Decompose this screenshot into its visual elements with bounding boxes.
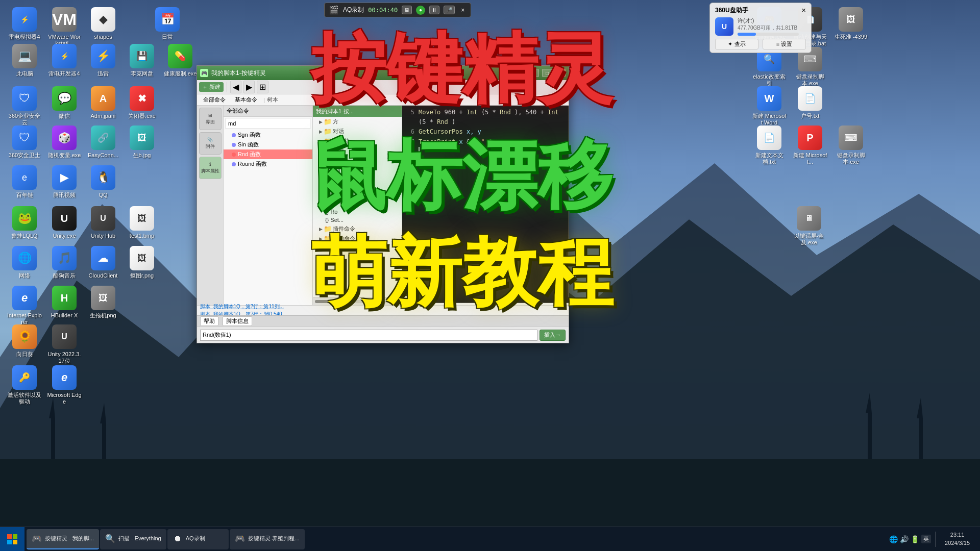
svg-rect-6: [102, 423, 106, 459]
icon-shengtuo[interactable]: 🖼 生拖机png: [84, 284, 122, 321]
icon-bainianlian[interactable]: e 百年链: [5, 163, 44, 201]
360-user: 许(才:): [738, 17, 799, 24]
unity2022-icon: U: [52, 324, 77, 349]
closetool-icon: ✖: [130, 86, 154, 111]
icon-closetool[interactable]: ✖ 关闭器.exe: [122, 84, 161, 121]
svg-rect-15: [13, 540, 17, 544]
icon-newtxt[interactable]: 📄 新建文本文档.txt: [750, 123, 789, 167]
icon-unity-hub[interactable]: U Unity Hub: [84, 204, 122, 241]
tray-volume-icon[interactable]: 🔊: [900, 535, 909, 543]
icon-luwaqq[interactable]: 🐸 鲁蛙LQLQ: [5, 204, 44, 241]
icon-edge[interactable]: e Microsoft Edge: [45, 363, 84, 407]
icon-leidienkaifa[interactable]: ⚡ 雷电开发器4: [45, 42, 84, 79]
icon-unity-exe[interactable]: U Unity.exe: [45, 204, 84, 241]
icon-360wangdun[interactable]: 🛡 360安全卫士: [5, 123, 44, 161]
icon-qq[interactable]: 🐧 QQ: [84, 163, 122, 201]
thispc-icon: 💻: [12, 44, 37, 68]
taskbar-anjian-active[interactable]: 🎮 按键精灵 - 我的脚...: [27, 529, 99, 549]
kotupng-icon: 🖼: [130, 246, 154, 270]
icon-daily[interactable]: 📅 日常: [148, 5, 187, 42]
icon-shapes[interactable]: ◆ shapes: [84, 5, 122, 42]
icon-tencent-video[interactable]: ▶ 腾讯视频: [45, 163, 84, 201]
aq-label: AQ录制: [343, 6, 364, 14]
xiangrikui-icon: 🌻: [12, 324, 37, 349]
tray-separator: [935, 532, 936, 547]
icon-adm[interactable]: A Adm.jpani: [84, 84, 122, 121]
aq-pause-btn[interactable]: ⏸: [429, 6, 439, 14]
tray-network-icon[interactable]: 🌐: [889, 535, 898, 543]
taskbar-aq-recording[interactable]: ⏺ AQ录制: [167, 529, 229, 549]
icon-leidienmoni[interactable]: ⚡ 雷电模拟器4: [5, 5, 44, 42]
icon-bianjpg[interactable]: 🖼 生b.jpg: [122, 123, 161, 161]
taskbar-clock[interactable]: 23:11 2024/3/15: [940, 531, 975, 547]
360-show-btn[interactable]: ✦ 查示: [715, 39, 758, 49]
icon-kugou[interactable]: 🎵 酷狗音乐: [45, 244, 84, 281]
script-info-tab[interactable]: 脚本信息: [223, 316, 252, 326]
sidebar-interface-btn[interactable]: ⊞ 界面: [199, 108, 222, 130]
icon-lingkepan[interactable]: 💾 零克网盘: [122, 42, 161, 79]
tray-battery-icon[interactable]: 🔋: [911, 535, 919, 543]
adm-icon: A: [91, 86, 115, 111]
icon-kotupng[interactable]: 🖼 抠图r.png: [122, 244, 161, 281]
insert-button[interactable]: 插入→: [540, 330, 566, 341]
icon-network[interactable]: 🌐 网络: [5, 244, 44, 281]
aq-recording-bar: 🎬 AQ录制 00:04:40 🖥 ● ⏸ 🎤 ×: [324, 3, 471, 17]
jiankang-icon: 💊: [168, 44, 192, 68]
aq-close-btn[interactable]: ×: [459, 7, 467, 14]
icon-thispc[interactable]: 💻 此电脑: [5, 42, 44, 79]
tree-fang[interactable]: ▶ 📁 方: [313, 117, 402, 127]
sidebar-attach-btn[interactable]: 📎 附件: [199, 132, 222, 155]
command-search-input[interactable]: [226, 118, 310, 129]
luwaqq-icon: 🐸: [12, 206, 37, 231]
aq-mic-btn[interactable]: 🎤: [444, 6, 455, 14]
start-button[interactable]: [0, 527, 24, 552]
shengtuo-icon: 🖼: [91, 286, 115, 310]
aq-screen-btn[interactable]: 🖥: [402, 6, 412, 14]
icon-xiangrikui[interactable]: 🌻 向日葵: [5, 322, 44, 360]
shapes-icon: ◆: [91, 7, 115, 32]
icon-jianpanluzhi2[interactable]: ⌨ 键盘录制脚本.exe: [831, 123, 870, 167]
icon-activate[interactable]: 🔑 激活软件以及驱动: [5, 363, 44, 407]
taskbar-aqrecord-label: AQ录制: [186, 535, 205, 542]
icon-ie[interactable]: e Internet Explorer: [5, 284, 44, 328]
script-line-5: 5 MoveTo 960 + Int (5 * Rnd ), 540 + Int…: [404, 108, 567, 127]
icon-wechat[interactable]: 💬 微信: [45, 84, 84, 121]
icon-newppt[interactable]: P 新建 Microsoft...: [791, 123, 829, 167]
newword-icon: W: [757, 86, 781, 111]
taskbar-aqrecord-icon: ⏺: [173, 534, 183, 544]
icon-huhao[interactable]: 📄 户号.txt: [791, 84, 829, 121]
icon-xunlei[interactable]: ⚡ 迅雷: [84, 42, 122, 79]
360-title: 360U盘助手: [715, 6, 748, 15]
icon-suijibianl[interactable]: 🎲 随机变量.exe: [45, 123, 84, 161]
icon-test-bmp[interactable]: 🖼 test1.bmp: [122, 204, 161, 241]
overlay-title: 按键精灵: [219, 31, 704, 106]
cloudclient-icon: ☁: [91, 246, 115, 270]
360-settings-btn[interactable]: ≡ 设置: [763, 39, 806, 49]
icon-360security[interactable]: 🛡 360企业安全云: [5, 84, 44, 128]
tray-icons: 🌐 🔊 🔋 英: [889, 535, 931, 543]
icon-unity2022[interactable]: U Unity 2022.3.17位: [45, 322, 84, 366]
insert-input[interactable]: [200, 330, 537, 341]
shengsi-icon: 🖼: [839, 7, 863, 32]
icon-cloudclient[interactable]: ☁ CloudClient: [84, 244, 122, 281]
360-close[interactable]: ✕: [801, 7, 806, 14]
svg-rect-8: [868, 413, 872, 459]
bainianlian-icon: e: [12, 165, 37, 190]
sidebar-info-btn[interactable]: ℹ 脚本属性: [199, 157, 222, 179]
plus-icon: ＋: [202, 83, 208, 91]
icon-newword[interactable]: W 新建 Microsoft Word: [750, 84, 789, 128]
newppt-icon: P: [798, 126, 822, 150]
icon-shengsi[interactable]: 🖼 生死准 -4399: [831, 5, 870, 42]
icon-yijian-talkscreen[interactable]: 🖥 以键话屏-金及.exe: [789, 204, 829, 248]
360-storage: 477.70GB可用，共1.81TB: [738, 24, 799, 32]
taskbar-everything[interactable]: 🔍 扫描 - Everything: [100, 529, 166, 549]
icon-jiankang[interactable]: 💊 健康服制.exe: [161, 42, 200, 79]
aq-circle-btn[interactable]: ●: [416, 6, 425, 15]
attach-icon: 📎: [207, 137, 213, 142]
taskbar-anjian-2[interactable]: 🎮 按键精灵-养殖判程...: [230, 529, 305, 549]
svg-rect-14: [7, 540, 12, 544]
info-icon: ℹ: [209, 162, 211, 167]
icon-hbuilder[interactable]: H HBuilder X: [45, 284, 84, 321]
help-tab[interactable]: 帮助: [200, 316, 218, 326]
icon-easyconn[interactable]: 🔗 EasyConn...: [84, 123, 122, 161]
